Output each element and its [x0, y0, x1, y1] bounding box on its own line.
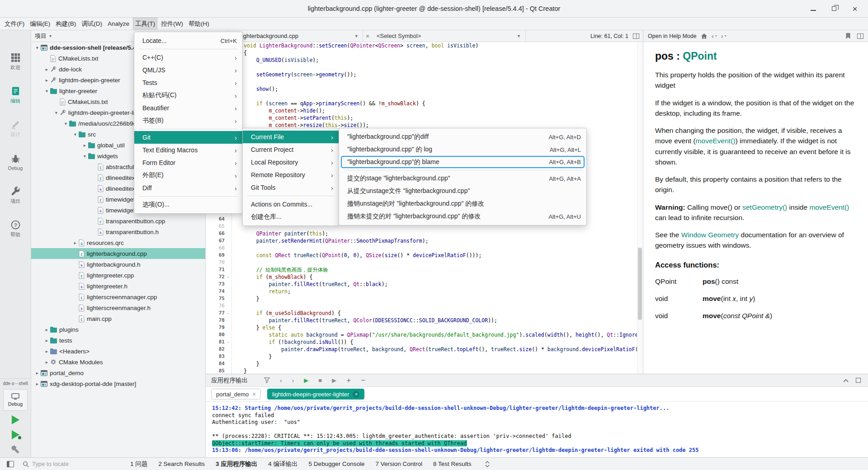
- code-text[interactable]: painter.drawPixmap(trueRect, background,…: [232, 346, 637, 353]
- current-file-menu-item[interactable]: 从提交unstage文件 "lighterbackground.cpp": [339, 185, 586, 197]
- tree-item[interactable]: Clighterscreenmanager.cpp: [31, 291, 205, 302]
- tools-menu-item[interactable]: Git›: [134, 131, 242, 144]
- code-text[interactable]: } else {: [232, 324, 281, 331]
- toggle-sidebar-icon[interactable]: [5, 461, 16, 467]
- tree-item[interactable]: ▸portal_demo: [31, 367, 205, 378]
- close-tab-icon[interactable]: ×: [353, 391, 359, 398]
- help-forward-icon[interactable]: ›: [721, 32, 723, 40]
- tree-item[interactable]: hlighterscreenmanager.h: [31, 302, 205, 313]
- collapse-panel-icon[interactable]: [843, 379, 849, 382]
- split-editor-icon[interactable]: [633, 33, 639, 39]
- chevron-right-icon[interactable]: ▸: [34, 381, 41, 386]
- tools-menu-item[interactable]: 粘贴代码(C)›: [134, 89, 242, 102]
- git-menu-item[interactable]: Actions on Commits...: [243, 198, 339, 211]
- git-menu-item[interactable]: Remote Repository›: [243, 169, 339, 181]
- close-document-icon[interactable]: ×: [363, 33, 372, 40]
- remove-output-pane-icon[interactable]: −: [361, 376, 365, 384]
- help-link[interactable]: setGeometry(): [742, 203, 787, 211]
- chevron-right-icon[interactable]: ▸: [43, 66, 50, 72]
- help-link[interactable]: Window Geometry: [681, 231, 739, 239]
- current-file-menu-item[interactable]: 提交的stage "lighterbackground.cpp"Alt+G, A…: [339, 172, 586, 185]
- tools-menu-item[interactable]: Beautifier›: [134, 102, 242, 114]
- output-pane-button[interactable]: 2 Search Results: [153, 458, 210, 470]
- code-text[interactable]: painter.fillRect(trueRect, Qt::black);: [232, 281, 388, 288]
- output-panes-menu-icon[interactable]: [481, 461, 493, 467]
- mode-help[interactable]: ?帮助: [0, 212, 31, 246]
- editor-scrollbar-thumb[interactable]: [638, 248, 642, 320]
- tools-menu-item[interactable]: Diff›: [134, 182, 242, 194]
- tools-menu-item[interactable]: QML/JS›: [134, 64, 242, 76]
- code-text[interactable]: m_content->setParent(this);: [232, 114, 353, 122]
- help-back-caret-icon[interactable]: ▾: [715, 34, 717, 38]
- code-text[interactable]: }: [232, 367, 247, 374]
- attach-debugger-icon[interactable]: ▶: [332, 377, 336, 383]
- tree-item[interactable]: ▸Qresources.qrc: [31, 237, 205, 248]
- code-text[interactable]: [232, 302, 244, 310]
- output-pane-button[interactable]: 1 问题: [125, 458, 153, 470]
- menubar-item[interactable]: 调试(D): [80, 18, 104, 30]
- stop-icon[interactable]: ■: [318, 377, 322, 383]
- output-filter-icon[interactable]: [264, 377, 270, 383]
- restore-button[interactable]: [824, 0, 844, 17]
- run-button[interactable]: [9, 414, 22, 426]
- tools-menu-item[interactable]: C++(C)›: [134, 51, 242, 64]
- add-output-pane-icon[interactable]: +: [346, 376, 351, 384]
- code-text[interactable]: void LighterBackground::setScreen(QPoint…: [232, 42, 478, 49]
- open-in-help-mode-button[interactable]: Open in Help Mode: [648, 33, 697, 39]
- home-icon[interactable]: [701, 33, 708, 39]
- menubar-item[interactable]: 工具(T): [133, 18, 157, 30]
- code-text[interactable]: static auto background = QPixmap("/usr/s…: [232, 331, 637, 338]
- current-file-menu-item[interactable]: "lighterbackground.cpp"的 blameAlt+G, Alt…: [341, 156, 585, 168]
- rerun-icon[interactable]: ▶: [304, 377, 308, 383]
- previous-item-icon[interactable]: ‹: [280, 377, 282, 384]
- current-file-menu-item[interactable]: "lighterbackground.cpp"的diffAlt+G, Alt+D: [339, 131, 586, 143]
- open-document-selector[interactable]: lighterbackground.cpp ▼: [227, 30, 363, 42]
- symbol-selector[interactable]: <Select Symbol> ▼: [372, 30, 526, 42]
- code-text[interactable]: if (!background.isNull()) {: [232, 338, 353, 346]
- git-menu-item[interactable]: Current File›: [243, 131, 339, 143]
- tools-menu-item[interactable]: Tests›: [134, 76, 242, 89]
- chevron-right-icon[interactable]: ▸: [43, 338, 50, 343]
- code-text[interactable]: [232, 244, 244, 252]
- output-pane-button[interactable]: 4 编译输出: [263, 458, 303, 470]
- fold-marker[interactable]: -: [225, 338, 232, 346]
- tree-item[interactable]: Cmain.cpp: [31, 313, 205, 324]
- code-text[interactable]: [232, 259, 244, 266]
- help-back-icon[interactable]: ‹: [712, 32, 714, 40]
- help-link[interactable]: moveEvent(): [809, 203, 849, 211]
- mode-edit[interactable]: 编辑: [0, 79, 31, 112]
- help-link[interactable]: moveEvent(): [696, 137, 736, 145]
- chevron-down-icon[interactable]: ▾: [34, 45, 41, 50]
- chevron-right-icon[interactable]: ▸: [43, 327, 50, 332]
- chevron-right-icon[interactable]: ▸: [72, 240, 79, 245]
- tree-item[interactable]: ▸xdg-desktop-portal-dde [master]: [31, 378, 205, 389]
- output-pane-button[interactable]: 3 应用程序输出: [210, 458, 263, 470]
- bookmark-icon[interactable]: [845, 33, 851, 39]
- tools-menu-item[interactable]: Locate...Ctrl+K: [134, 34, 242, 47]
- code-text[interactable]: if (m_useSolidBackground) {: [232, 310, 341, 317]
- property-type-link[interactable]: QPoint: [683, 50, 717, 62]
- build-button[interactable]: [9, 444, 22, 456]
- menubar-item[interactable]: 文件(F): [3, 18, 26, 30]
- maximize-panel-icon[interactable]: [856, 378, 861, 383]
- output-pane-button[interactable]: 7 Version Control: [370, 458, 428, 470]
- chevron-right-icon[interactable]: ▸: [43, 359, 50, 365]
- current-file-menu-item[interactable]: 撤销unstage的对 "lighterbackground.cpp" 的修改: [339, 197, 586, 210]
- menubar-item[interactable]: 控件(W): [159, 18, 185, 30]
- code-text[interactable]: Q_UNUSED(isVisible);: [232, 56, 319, 64]
- minimize-button[interactable]: [803, 0, 824, 17]
- fold-marker[interactable]: -: [225, 273, 232, 281]
- git-menu-item[interactable]: 创建仓库...: [243, 211, 339, 223]
- tree-item[interactable]: ▸<Headers>: [31, 346, 205, 357]
- output-pane-button[interactable]: 8 Test Results: [428, 458, 477, 470]
- tree-item[interactable]: ▸plugins: [31, 324, 205, 335]
- tree-item[interactable]: Ctransparentbutton.cpp: [31, 216, 205, 226]
- help-forward-caret-icon[interactable]: ▾: [725, 34, 726, 38]
- locator-input[interactable]: Type to locate: [23, 461, 113, 467]
- output-tab[interactable]: portal_demo×: [211, 389, 261, 400]
- tree-item[interactable]: ▸tests: [31, 335, 205, 346]
- chevron-right-icon[interactable]: ▸: [43, 77, 50, 83]
- code-text[interactable]: }: [232, 360, 259, 367]
- menubar-item[interactable]: 帮助(H): [187, 18, 211, 30]
- code-text[interactable]: const QRect trueRect(QPoint(0, 0), QSize…: [232, 252, 481, 259]
